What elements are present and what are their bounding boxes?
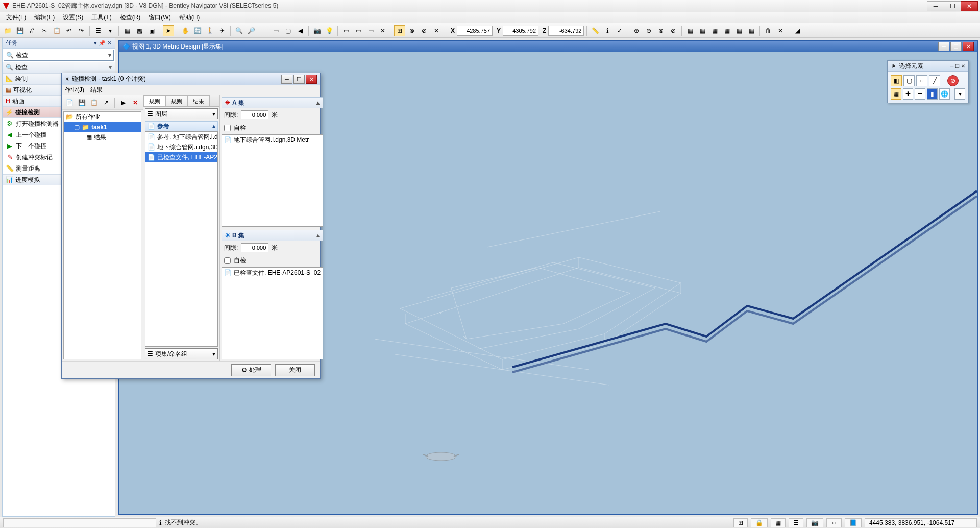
set-b-header[interactable]: ✳ B 集 ▴ — [222, 230, 323, 241]
sel-mode-1-icon[interactable]: ◧ — [891, 75, 902, 86]
tool-d1-icon[interactable]: ▦ — [684, 25, 696, 36]
coord-x-input[interactable]: 4285.757 — [457, 26, 493, 36]
viewport-min-button[interactable]: ─ — [938, 42, 949, 51]
ref-item-2[interactable]: 📄地下综合管网.i.dgn,3D Metr — [145, 142, 217, 152]
status-snap-icon[interactable]: ⊞ — [733, 518, 748, 527]
sel-op-5-icon[interactable]: 🌐 — [939, 88, 950, 100]
tool-walk-icon[interactable]: 🚶 — [204, 25, 215, 36]
job-new-icon[interactable]: 📄 — [64, 97, 75, 108]
tool-camera-icon[interactable]: 📷 — [311, 25, 323, 36]
status-grid-icon[interactable]: ▦ — [771, 518, 786, 527]
status-lock-icon[interactable]: 🔒 — [751, 518, 768, 527]
tool-measure-icon[interactable]: 📏 — [590, 25, 601, 36]
tool-info-icon[interactable]: ℹ — [602, 25, 613, 36]
tool-fly-icon[interactable]: ✈ — [216, 25, 228, 36]
tool-snap3-icon[interactable]: ⊘ — [419, 25, 430, 36]
gap-a-input[interactable] — [241, 110, 268, 119]
menu-edit[interactable]: 编辑(E) — [30, 12, 59, 23]
tool-light-icon[interactable]: 💡 — [324, 25, 335, 36]
tool-save-icon[interactable]: 💾 — [14, 25, 26, 36]
tool-print-icon[interactable]: 🖨 — [27, 25, 38, 36]
selfcheck-a-checkbox[interactable] — [224, 125, 231, 131]
tool-e1-icon[interactable]: 🗑 — [763, 25, 774, 36]
selection-tool-panel[interactable]: 🖱 选择元素 ─ ☐ ✕ ◧ ▢ ○ ╱ ⊘ ▦ — [887, 60, 969, 103]
dialog-min-button[interactable]: ─ — [281, 75, 292, 84]
tool-copy-icon[interactable]: 📋 — [51, 25, 62, 36]
tool-window-icon[interactable]: ▭ — [270, 25, 281, 36]
tool-snap2-icon[interactable]: ⊗ — [406, 25, 418, 36]
window-close-button[interactable]: ✕ — [961, 1, 978, 11]
tool-d6-icon[interactable]: ▦ — [746, 25, 757, 36]
viewport-close-button[interactable]: ✕ — [963, 42, 974, 51]
sel-mode-3-icon[interactable]: ○ — [916, 75, 927, 86]
ref-item-1[interactable]: 📄参考, 地下综合管网.i.dgn,3D — [145, 132, 217, 142]
tool-d5-icon[interactable]: ▦ — [733, 25, 745, 36]
tool-fit-icon[interactable]: ⛶ — [258, 25, 269, 36]
clash-menu-result[interactable]: 结果 — [90, 86, 103, 94]
sel-op-2-icon[interactable]: ✚ — [903, 88, 914, 100]
status-level-icon[interactable]: ☰ — [789, 518, 803, 527]
tool-arrow-icon[interactable]: ▾ — [105, 25, 116, 36]
tool-m4-icon[interactable]: ⊘ — [668, 25, 679, 36]
tool-clip2-icon[interactable]: ▭ — [353, 25, 364, 36]
coord-y-input[interactable]: 4305.792 — [503, 26, 538, 36]
tool-clip4-icon[interactable]: ✕ — [377, 25, 388, 36]
viewport-max-button[interactable]: ☐ — [950, 42, 962, 51]
close-button[interactable]: 关闭 — [275, 364, 315, 376]
sel-op-4-icon[interactable]: ▮ — [927, 88, 938, 100]
tab-rules2[interactable]: 规则 — [165, 95, 188, 106]
tool-layers-icon[interactable]: ☰ — [92, 25, 104, 36]
menu-review[interactable]: 检查(R) — [116, 12, 145, 23]
tool-d3-icon[interactable]: ▦ — [709, 25, 720, 36]
tool-view3-icon[interactable]: ▣ — [146, 25, 157, 36]
process-button[interactable]: ⚙处理 — [231, 364, 271, 376]
selfcheck-b-checkbox[interactable] — [224, 257, 231, 264]
tree-result[interactable]: ▦结果 — [64, 132, 141, 142]
clash-dialog-titlebar[interactable]: ✴ 碰撞检测 - task1 (0 个冲突) ─ ☐ ✕ — [62, 73, 320, 85]
set-b-list[interactable]: 📄已检查文件, EHE-AP2601-S_02 — [222, 267, 323, 359]
tool-m1-icon[interactable]: ⊕ — [631, 25, 642, 36]
tab-results[interactable]: 结果 — [187, 95, 210, 106]
tool-e2-icon[interactable]: ✕ — [775, 25, 786, 36]
tool-check-icon[interactable]: ✓ — [614, 25, 625, 36]
tree-task1[interactable]: ▢📁task1 — [64, 122, 141, 132]
tool-snap1-icon[interactable]: ⊞ — [394, 25, 405, 36]
dialog-max-button[interactable]: ☐ — [293, 75, 305, 84]
set-b-item-1[interactable]: 📄已检查文件, EHE-AP2601-S_02 — [222, 268, 323, 278]
tool-m3-icon[interactable]: ⊗ — [655, 25, 667, 36]
tool-clip1-icon[interactable]: ▭ — [340, 25, 352, 36]
tool-prev-icon[interactable]: ◀ — [295, 25, 306, 36]
job-run-icon[interactable]: ▶ — [117, 97, 129, 108]
menu-window[interactable]: 窗口(W) — [144, 12, 175, 23]
tool-zoomin-icon[interactable]: 🔍 — [233, 25, 244, 36]
tree-all-jobs[interactable]: 📂所有作业 — [64, 112, 141, 122]
status-book-icon[interactable]: 📘 — [845, 518, 862, 527]
task-section-review[interactable]: 🔍检查 ▾ — [3, 62, 115, 73]
panel-min-icon[interactable]: ─ ☐ ✕ — [950, 63, 965, 69]
jobs-tree[interactable]: 📂所有作业 ▢📁task1 ▦结果 — [63, 111, 141, 359]
sel-mode-2-icon[interactable]: ▢ — [903, 75, 915, 86]
project-combo[interactable]: ☰ 项集/命名组 ▾ — [145, 348, 218, 359]
status-cam-icon[interactable]: 📷 — [806, 518, 823, 527]
tab-rules1[interactable]: 规则 — [143, 95, 166, 106]
tool-rotate-icon[interactable]: 🔄 — [192, 25, 203, 36]
menu-file[interactable]: 文件(F) — [2, 12, 30, 23]
tool-clip3-icon[interactable]: ▭ — [365, 25, 376, 36]
sel-mode-4-icon[interactable]: ╱ — [929, 75, 940, 86]
coord-z-input[interactable]: -634.792 — [548, 26, 584, 36]
ref-section-header[interactable]: 📄 参考 ▴ — [145, 121, 218, 131]
sel-stop-icon[interactable]: ⊘ — [947, 75, 959, 86]
layer-combo[interactable]: ☰ 图层 ▾ — [145, 108, 218, 119]
status-cell-1[interactable] — [3, 518, 156, 527]
tool-m2-icon[interactable]: ⊖ — [643, 25, 654, 36]
job-export-icon[interactable]: ↗ — [101, 97, 112, 108]
sel-op-3-icon[interactable]: ━ — [915, 88, 925, 100]
clash-dialog[interactable]: ✴ 碰撞检测 - task1 (0 个冲突) ─ ☐ ✕ 作业(J) 结果 📄 … — [61, 73, 321, 379]
window-minimize-button[interactable]: ─ — [927, 1, 944, 11]
window-maximize-button[interactable]: ☐ — [944, 1, 961, 11]
job-save-icon[interactable]: 💾 — [76, 97, 87, 108]
tool-f1-icon[interactable]: ◢ — [792, 25, 803, 36]
tool-pan-icon[interactable]: ✋ — [180, 25, 191, 36]
set-a-list[interactable]: 📄地下综合管网.i.dgn,3D Metr — [222, 134, 323, 227]
ref-list[interactable]: 📄参考, 地下综合管网.i.dgn,3D 📄地下综合管网.i.dgn,3D Me… — [145, 131, 218, 347]
